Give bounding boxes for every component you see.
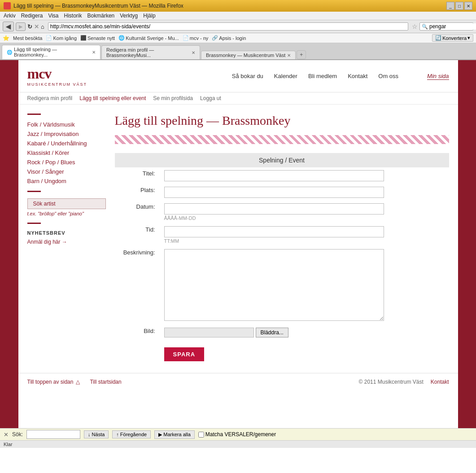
sidebar-divider-top — [27, 114, 41, 115]
file-input-row: Bläddra... — [164, 328, 445, 337]
desc-textarea[interactable] — [164, 249, 384, 321]
find-all-button[interactable]: ▶ Markera alla — [154, 430, 195, 439]
date-input[interactable] — [164, 203, 384, 215]
min-sida-link[interactable]: Min sida — [427, 73, 449, 80]
bookmark-most-visited[interactable]: Mest besökta — [13, 35, 42, 41]
newsletter-link[interactable]: Anmäl dig här → — [27, 239, 67, 245]
tab-close-active[interactable]: ✕ — [92, 50, 96, 55]
sidebar-barn[interactable]: Barn / Ungdom — [27, 178, 106, 184]
date-label: Datum: — [115, 201, 160, 223]
nav-sa-bokar-du[interactable]: Så bokar du — [232, 73, 263, 79]
subnav-logga-ut[interactable]: Logga ut — [200, 95, 221, 101]
search-input[interactable] — [429, 23, 476, 30]
bookmark-kultarnat[interactable]: 🌐 Kulturnät Sverige - Mu... — [118, 35, 179, 41]
file-path-input[interactable] — [164, 328, 254, 337]
date-field: ÅÅÅÅ-MM-DD — [160, 201, 449, 223]
close-button[interactable]: ✕ — [464, 2, 472, 10]
dropdown-arrow: ▾ — [467, 35, 470, 41]
minimize-button[interactable]: _ — [446, 2, 454, 10]
page-footer: Till toppen av sidan △ Till startsidan ©… — [18, 373, 458, 390]
find-prev-button[interactable]: ↑ Föregående — [112, 430, 151, 438]
address-bar[interactable] — [48, 22, 408, 31]
sidebar-jazz[interactable]: Jazz / Improvisation — [27, 131, 106, 137]
new-tab-button[interactable]: + — [297, 50, 306, 59]
menu-visa[interactable]: Visa — [48, 13, 58, 19]
menu-hjalp[interactable]: Hjälp — [143, 13, 155, 19]
place-input[interactable] — [164, 187, 384, 198]
search-artist-button[interactable]: Sök artist — [27, 198, 106, 209]
save-button[interactable]: SPARA — [164, 347, 205, 361]
bookmark-apsis[interactable]: 🔗 Apsis - login — [212, 35, 246, 41]
bookmark-senaste-nytt[interactable]: ⬛ Senaste nytt — [80, 35, 115, 41]
stop-button[interactable]: ✕ — [34, 23, 39, 30]
footer-contact[interactable]: Kontakt — [431, 379, 449, 385]
subnav-redigera[interactable]: Redigera min profil — [27, 95, 73, 101]
find-next-button[interactable]: ↓ Nästa — [84, 430, 109, 438]
nav-kalender[interactable]: Kalender — [274, 73, 297, 79]
tab-active[interactable]: 🌐 Lägg till spelning — Brassmonkey... ✕ — [2, 45, 100, 59]
sidebar-klassiskt[interactable]: Klassiskt / Körer — [27, 149, 106, 156]
back-button[interactable]: ◀ — [3, 22, 14, 31]
main-form: Lägg till spelning — Brassmonkey Spelnin… — [115, 114, 449, 364]
form-row-image: Bild: Bläddra... — [115, 325, 449, 340]
window-controls[interactable]: _ □ ✕ — [446, 2, 472, 10]
sidebar-visor[interactable]: Visor / Sånger — [27, 168, 106, 175]
menu-verktyg[interactable]: Verktyg — [120, 13, 138, 19]
address-input[interactable] — [50, 23, 406, 30]
site-header: mcv MUSIKCENTRUM VÄST Så bokar du Kalend… — [18, 60, 458, 92]
tab-close-2[interactable]: ✕ — [192, 50, 195, 55]
search-bar[interactable]: 🔍 — [419, 22, 473, 31]
save-label-cell — [115, 340, 160, 364]
nav-kontakt[interactable]: Kontakt — [348, 73, 367, 79]
tab-close-3[interactable]: ✕ — [287, 53, 291, 58]
find-case-checkbox[interactable] — [198, 432, 204, 438]
menu-redigera[interactable]: Redigera — [21, 13, 43, 19]
nav-om-oss[interactable]: Om oss — [378, 73, 398, 79]
menu-arkiv[interactable]: Arkiv — [4, 13, 16, 19]
save-button-cell: SPARA — [160, 340, 449, 364]
desc-field — [160, 246, 449, 325]
top-link[interactable]: Till toppen av sidan — [27, 379, 74, 385]
home-button[interactable]: ⌂ — [41, 23, 44, 30]
tab-3[interactable]: Brassmonkey — Musikcentrum Väst ✕ — [201, 51, 296, 59]
logo-area: mcv MUSIKCENTRUM VÄST — [27, 66, 87, 87]
title-field — [160, 167, 449, 184]
forward-button[interactable]: ▶ — [16, 22, 26, 31]
form-row-date: Datum: ÅÅÅÅ-MM-DD — [115, 201, 449, 223]
subnav-lagg-till[interactable]: Lägg till spelning eller event — [79, 95, 146, 101]
start-link[interactable]: Till startsidan — [90, 379, 121, 385]
title-label: Titel: — [115, 167, 160, 184]
refresh-button[interactable]: ↻ — [27, 23, 32, 30]
maximize-button[interactable]: □ — [455, 2, 463, 10]
find-close-icon[interactable]: ✕ — [4, 431, 9, 438]
tab-favicon: 🌐 — [7, 50, 12, 55]
time-input[interactable] — [164, 226, 384, 237]
sidebar-rock[interactable]: Rock / Pop / Blues — [27, 159, 106, 166]
left-panel — [0, 60, 9, 428]
newsletter-label: NYHETSBREV — [27, 230, 106, 236]
mcv-icon: 📄 — [183, 35, 189, 41]
nav-bli-medlem[interactable]: Bli medlem — [308, 73, 337, 79]
subnav-profil[interactable]: Se min profilsida — [153, 95, 193, 101]
browse-button[interactable]: Bläddra... — [256, 328, 288, 337]
sidebar-folk[interactable]: Folk / Världsmusik — [27, 121, 106, 128]
find-input[interactable] — [26, 430, 80, 439]
sidebar-kabare[interactable]: Kabaré / Underhållning — [27, 140, 106, 147]
form-row-place: Plats: — [115, 184, 449, 201]
footer-left: Till toppen av sidan △ Till startsidan — [27, 379, 122, 385]
menu-bokmarken[interactable]: Bokmärken — [87, 13, 115, 19]
footer-right: © 2011 Musikcentrum Väst Kontakt — [359, 379, 449, 385]
menu-bar: Arkiv Redigera Visa Historik Bokmärken V… — [0, 12, 476, 20]
desc-label: Beskrivning: — [115, 246, 160, 325]
tab-2[interactable]: Redigera min profil — BrassmonkeyMusi...… — [101, 45, 200, 59]
logo-subtitle: MUSIKCENTRUM VÄST — [27, 82, 87, 87]
konvertera-button[interactable]: 🔄 Konvertera ▾ — [432, 34, 473, 42]
menu-historik[interactable]: Historik — [64, 13, 82, 19]
bookmark-mcv[interactable]: 📄 mcv - ny — [183, 35, 209, 41]
logo-mcv[interactable]: mcv — [27, 66, 87, 82]
bookmark-kom-igang[interactable]: 📄 Kom igång — [46, 35, 77, 41]
find-case-label[interactable]: Matcha VERSALER/gemener — [198, 431, 276, 438]
title-input[interactable] — [164, 170, 384, 181]
star-icon[interactable]: ☆ — [412, 23, 418, 30]
sidebar: Folk / Världsmusik Jazz / Improvisation … — [27, 114, 106, 364]
